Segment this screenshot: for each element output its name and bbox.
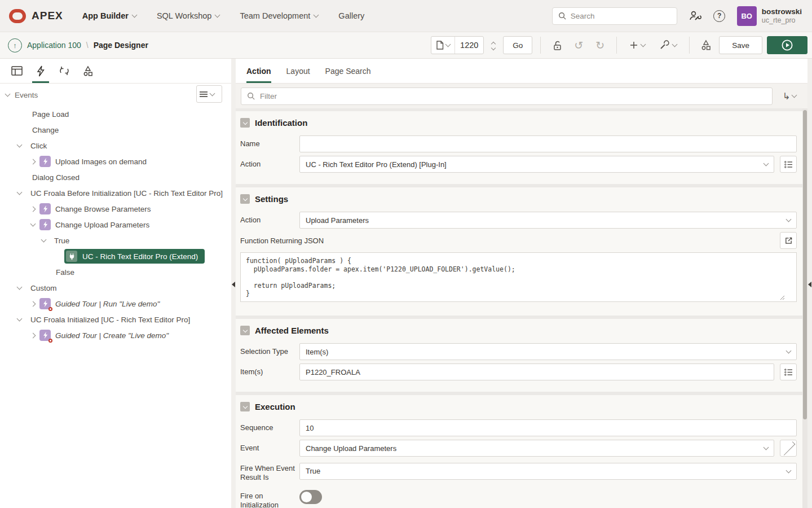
tree-node-upload-images-on-demand[interactable]: Upload Images on demand (0, 154, 231, 169)
chevron-down-icon[interactable] (30, 221, 36, 227)
tab-action[interactable]: Action (246, 59, 271, 83)
tree-node-dialog-closed[interactable]: Dialog Closed (0, 169, 231, 185)
nav-team-development[interactable]: Team Development (240, 11, 318, 20)
breadcrumb-application[interactable]: Application 100 (27, 41, 81, 50)
selection-type-select[interactable]: Item(s) (299, 343, 797, 360)
tab-page-search[interactable]: Page Search (325, 59, 371, 83)
run-play-icon (781, 39, 793, 51)
processing-icon (59, 65, 70, 76)
tree-node-guided-tour-create-live-demo[interactable]: Guided Tour | Create "Live demo" (0, 327, 231, 343)
tree-header: Events (0, 84, 231, 106)
save-and-run-button[interactable] (767, 36, 807, 54)
tree-node-custom[interactable]: Custom (0, 280, 231, 296)
help-icon[interactable]: ? (712, 8, 727, 23)
tab-page-shared-components[interactable] (77, 59, 99, 83)
identification-action-select[interactable]: UC - Rich Text Editor Pro (Extend) [Plug… (299, 156, 774, 173)
global-search[interactable]: Search (552, 7, 677, 25)
nav-gallery[interactable]: Gallery (338, 11, 364, 20)
tree-menu-button[interactable] (196, 85, 222, 103)
event-label: Event (240, 440, 299, 453)
tree-node-change-upload-parameters[interactable]: Change Upload Parameters (0, 217, 231, 233)
tab-rendering[interactable] (6, 59, 28, 83)
property-scrollbar[interactable] (802, 108, 807, 508)
filter-input[interactable]: Filter (241, 87, 773, 105)
collapse-events-icon[interactable] (5, 91, 11, 97)
unlock-icon[interactable] (549, 37, 566, 54)
tree-node-uc-rich-text-editor-pro-extend[interactable]: UC - Rich Text Editor Pro (Extend) (0, 248, 231, 264)
chevron-right-icon (782, 441, 796, 456)
fire-when-event-result-is-select[interactable]: True (299, 463, 797, 480)
user-menu[interactable]: BO bostrowski uc_rte_pro (737, 6, 802, 26)
page-number-stepper[interactable] (488, 36, 498, 54)
tree-node-true-branch[interactable]: True (0, 233, 231, 248)
tree-node-false-branch[interactable]: False (0, 264, 231, 280)
chevron-down-icon[interactable] (41, 237, 47, 243)
nav-app-builder[interactable]: App Builder (82, 11, 136, 20)
chevron-down-icon[interactable] (17, 190, 23, 195)
chevron-down-icon (445, 42, 451, 47)
tab-processing[interactable] (53, 59, 76, 83)
shared-components-button[interactable] (698, 37, 714, 54)
collapse-section-icon[interactable] (240, 118, 250, 128)
event-select[interactable]: Change Upload Parameters (299, 440, 774, 457)
open-editor-icon (784, 237, 793, 245)
chevron-right-icon[interactable] (30, 301, 36, 306)
go-to-event-button[interactable] (780, 440, 797, 457)
collapse-right-icon[interactable] (808, 282, 811, 287)
fire-on-initialization-toggle[interactable] (299, 490, 322, 504)
chevron-down-icon[interactable] (17, 284, 23, 290)
tab-layout[interactable]: Layout (286, 59, 310, 83)
items-list-button[interactable] (780, 364, 797, 380)
tree-node-click[interactable]: Click (0, 138, 231, 154)
page-icon (436, 41, 444, 50)
tree-node-change[interactable]: Change (0, 122, 231, 138)
chevron-right-icon[interactable] (30, 206, 36, 212)
page-finder-button[interactable] (431, 37, 455, 54)
go-to-group-button[interactable]: ↳ (777, 91, 802, 102)
tab-dynamic-actions[interactable] (29, 59, 52, 83)
chevron-right-icon[interactable] (30, 332, 36, 338)
tree-node-uc-froala-before-initialization[interactable]: UC Froala Before Initialization [UC - Ri… (0, 185, 231, 201)
tree-node-change-browse-parameters[interactable]: Change Browse Parameters (0, 201, 231, 217)
up-to-app-icon[interactable]: ↑ (8, 38, 22, 52)
go-button[interactable]: Go (503, 36, 532, 54)
save-button[interactable]: Save (719, 36, 762, 54)
chevron-down-icon[interactable] (17, 142, 23, 148)
step-down-icon (491, 45, 496, 50)
redo-icon[interactable]: ↻ (592, 37, 608, 54)
collapse-left-icon[interactable] (232, 282, 235, 287)
section-title: Settings (255, 194, 288, 204)
right-splitter[interactable] (807, 59, 812, 508)
nav-sql-workshop[interactable]: SQL Workshop (157, 11, 220, 20)
settings-action-select[interactable]: Upload Parameters (299, 212, 797, 229)
disabled-badge-icon (48, 339, 52, 343)
chevron-down-icon[interactable] (17, 316, 23, 322)
chevron-right-icon[interactable] (30, 159, 36, 164)
name-input[interactable] (299, 135, 797, 152)
collapse-section-icon[interactable] (240, 194, 250, 204)
scrollbar-thumb[interactable] (803, 110, 807, 419)
tree-node-guided-tour-run-live-demo[interactable]: Guided Tour | Run "Live demo" (0, 296, 231, 312)
utilities-menu-button[interactable] (654, 37, 681, 54)
page-number-input[interactable] (455, 41, 483, 50)
sequence-input[interactable] (299, 419, 797, 436)
apex-brand[interactable]: APEX (9, 9, 63, 23)
open-code-editor-button[interactable] (780, 232, 797, 249)
administration-icon[interactable] (687, 8, 702, 23)
function-returning-json-code[interactable]: function( pUploadParams ) { pUploadParam… (240, 252, 797, 302)
settings-action-label: Action (240, 212, 299, 225)
section-affected-elements: Affected Elements Selection Type Item(s)… (236, 319, 807, 392)
left-splitter[interactable] (231, 59, 236, 508)
tree-node-page-load[interactable]: Page Load (0, 106, 231, 122)
property-editor: Identification Name Action UC - Rich Tex… (236, 108, 807, 508)
resize-handle-icon[interactable] (779, 295, 785, 300)
collapse-section-icon[interactable] (240, 402, 250, 411)
items-input[interactable] (299, 364, 774, 380)
action-label: Action (240, 156, 299, 169)
action-list-button[interactable] (780, 156, 797, 173)
create-menu-button[interactable] (625, 37, 650, 54)
tree-node-uc-froala-initialized[interactable]: UC Froala Initialized [UC - Rich Text Ed… (0, 312, 231, 327)
collapse-section-icon[interactable] (240, 326, 250, 335)
dynamic-action-icon (39, 156, 51, 167)
undo-icon[interactable]: ↺ (570, 37, 587, 54)
